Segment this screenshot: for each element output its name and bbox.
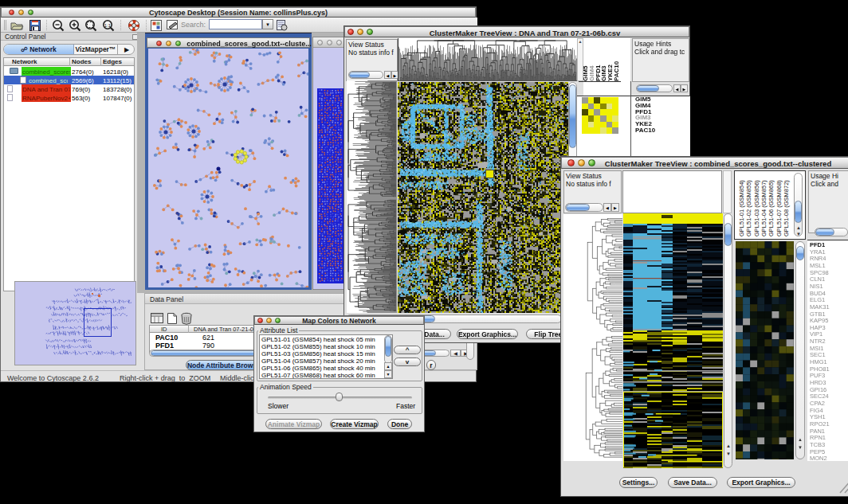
- svg-text:1:1: 1:1: [104, 23, 112, 28]
